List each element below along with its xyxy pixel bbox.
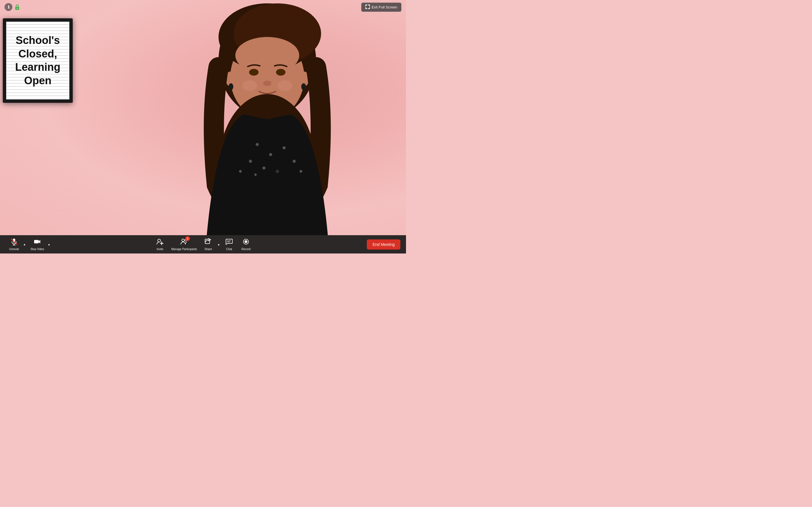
share-group: Share ▲: [200, 237, 221, 252]
share-icon: [205, 238, 212, 246]
svg-rect-38: [34, 240, 39, 243]
invite-button[interactable]: Invite: [151, 237, 168, 252]
unmute-label: Unmute: [9, 247, 19, 251]
svg-point-42: [182, 239, 185, 242]
exit-fullscreen-button[interactable]: Exit Full Screen: [361, 3, 402, 12]
svg-point-27: [293, 160, 296, 163]
person-video: [146, 0, 389, 235]
video-icon: [34, 238, 41, 246]
share-chevron-button[interactable]: ▲: [217, 243, 221, 246]
main-container: School's Closed, Learning Open: [0, 0, 406, 253]
top-bar: ℹ Exit Full Screen: [0, 0, 406, 14]
toolbar-left: Unmute ▲ Stop Video: [6, 237, 51, 252]
chat-label: Chat: [226, 247, 232, 251]
info-icon[interactable]: ℹ: [4, 3, 12, 11]
svg-point-33: [17, 8, 18, 9]
svg-point-24: [269, 153, 272, 156]
manage-participants-button[interactable]: 1 Manage Participants: [168, 237, 200, 252]
svg-point-6: [249, 69, 259, 76]
toolbar: Unmute ▲ Stop Video: [0, 235, 406, 253]
stop-video-group: Stop Video ▲: [28, 237, 51, 252]
letter-board: School's Closed, Learning Open: [3, 18, 73, 103]
svg-point-26: [283, 147, 286, 149]
chat-icon: [225, 238, 233, 246]
exit-fullscreen-label: Exit Full Screen: [371, 5, 397, 9]
svg-point-8: [263, 80, 271, 86]
svg-point-39: [158, 239, 160, 242]
stop-video-chevron-button[interactable]: ▲: [47, 243, 51, 246]
stop-video-button[interactable]: Stop Video: [28, 237, 47, 252]
chevron-up-icon-share: ▲: [217, 243, 220, 246]
svg-point-22: [276, 170, 279, 173]
person-svg: [146, 0, 389, 235]
participants-count: 1: [185, 236, 190, 241]
chevron-up-icon-video: ▲: [48, 243, 50, 246]
svg-point-10: [277, 80, 292, 91]
svg-point-30: [300, 170, 303, 173]
manage-participants-label: Manage Participants: [171, 247, 197, 251]
svg-point-25: [249, 160, 252, 163]
svg-point-28: [262, 167, 265, 170]
unmute-button[interactable]: Unmute: [6, 237, 22, 252]
end-meeting-button[interactable]: End Meeting: [367, 239, 400, 249]
top-left-icons: ℹ: [4, 3, 20, 11]
record-label: Record: [241, 247, 250, 251]
chevron-up-icon: ▲: [23, 243, 26, 246]
svg-point-31: [239, 170, 242, 173]
letter-board-text: School's Closed, Learning Open: [11, 34, 64, 87]
record-icon: [243, 238, 250, 246]
video-area: School's Closed, Learning Open: [0, 0, 406, 235]
chat-button[interactable]: Chat: [221, 237, 238, 252]
exit-fullscreen-icon: [365, 4, 370, 10]
svg-point-23: [256, 143, 259, 146]
toolbar-right: End Meeting: [367, 239, 400, 249]
unmute-group: Unmute ▲: [6, 237, 27, 252]
svg-point-48: [245, 240, 248, 243]
svg-point-9: [243, 80, 257, 91]
svg-point-29: [254, 173, 257, 176]
lock-icon: [14, 4, 20, 10]
unmute-chevron-button[interactable]: ▲: [22, 243, 27, 246]
record-button[interactable]: Record: [238, 237, 255, 252]
toolbar-center: Invite 1 Manage Participants: [151, 237, 254, 252]
share-label: Share: [204, 247, 212, 251]
stop-video-label: Stop Video: [31, 247, 44, 251]
share-button[interactable]: Share: [200, 237, 217, 252]
svg-point-13: [229, 83, 234, 90]
svg-point-5: [236, 37, 299, 74]
svg-point-14: [301, 83, 306, 90]
invite-icon: [156, 238, 163, 246]
microphone-muted-icon: [10, 238, 18, 246]
svg-point-7: [276, 69, 285, 76]
invite-label: Invite: [157, 247, 163, 251]
participants-icon: 1: [180, 238, 188, 246]
